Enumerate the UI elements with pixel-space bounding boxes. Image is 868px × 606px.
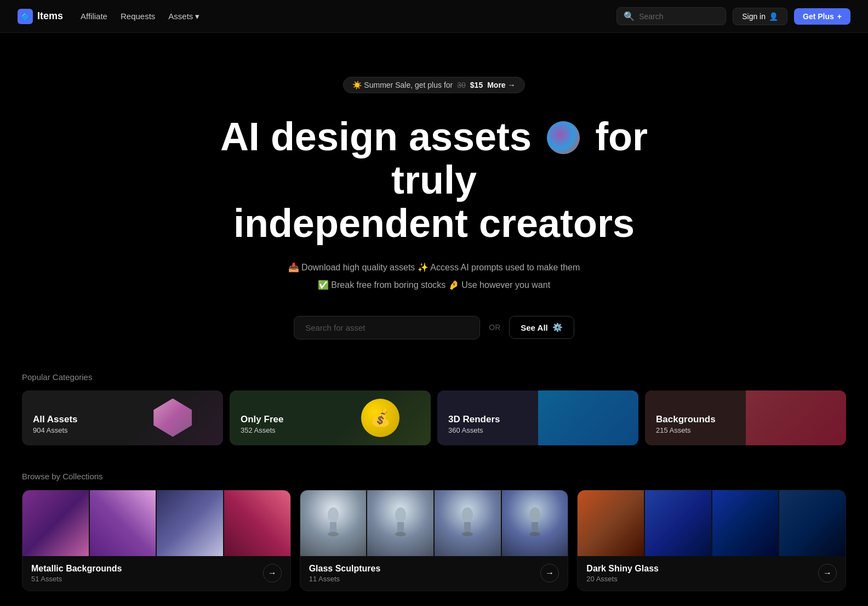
cat-all-name: All Assets xyxy=(33,414,212,425)
svg-point-3 xyxy=(395,507,406,523)
category-all-assets[interactable]: All Assets 904 Assets xyxy=(22,390,223,445)
collection-dark-info: Dark Shiny Glass 20 Assets → xyxy=(578,556,846,591)
new-price: $15 xyxy=(470,81,483,89)
hero-orb xyxy=(547,121,580,154)
nav-links: Affiliate Requests Assets ▾ xyxy=(81,12,199,21)
glass-thumb-1 xyxy=(300,490,367,556)
svg-point-5 xyxy=(395,532,406,536)
nav-link-assets[interactable]: Assets ▾ xyxy=(168,12,199,21)
svg-point-6 xyxy=(462,507,473,523)
dark-thumb-3 xyxy=(712,490,779,556)
nav-search-input[interactable] xyxy=(639,12,719,21)
sale-banner[interactable]: ☀️ Summer Sale, get plus for 30 $15 More… xyxy=(343,77,524,93)
subtitle-line2: ✅ Break free from boring stocks 🤌 Use ho… xyxy=(318,280,550,290)
glass-thumb-4 xyxy=(502,490,568,556)
nav-link-affiliate[interactable]: Affiliate xyxy=(81,12,107,21)
svg-rect-10 xyxy=(532,522,538,533)
collection-dark-arrow[interactable]: → xyxy=(818,564,837,582)
collection-dark-images xyxy=(578,490,846,556)
signin-button[interactable]: Sign in 👤 xyxy=(733,8,787,25)
logo-label: Items xyxy=(37,10,63,22)
see-all-button[interactable]: See All ⚙️ xyxy=(509,316,574,339)
svg-rect-1 xyxy=(330,522,336,533)
svg-point-0 xyxy=(328,507,339,523)
popular-categories-section: Popular Categories All Assets 904 Assets… xyxy=(0,372,868,445)
collection-metallic-count: 51 Assets xyxy=(31,575,122,583)
navigation: 🔷 Items Affiliate Requests Assets ▾ 🔍 Si… xyxy=(0,0,868,33)
nav-left: 🔷 Items Affiliate Requests Assets ▾ xyxy=(18,9,199,24)
popular-categories-title: Popular Categories xyxy=(22,372,846,382)
metallic-thumb-1 xyxy=(22,490,89,556)
categories-grid: All Assets 904 Assets 💰 Only Free 352 As… xyxy=(22,390,846,445)
chevron-down-icon: ▾ xyxy=(195,12,199,21)
nav-link-requests[interactable]: Requests xyxy=(121,12,155,21)
cat-all-count: 904 Assets xyxy=(33,426,212,434)
collection-glass-info: Glass Sculptures 11 Assets → xyxy=(300,556,568,591)
nav-search-bar[interactable]: 🔍 xyxy=(616,7,726,25)
collection-metallic-images xyxy=(22,490,290,556)
collection-glass-arrow[interactable]: → xyxy=(540,564,559,582)
collection-glass-sculptures[interactable]: Glass Sculptures 11 Assets → xyxy=(300,490,569,591)
filter-icon: ⚙️ xyxy=(552,322,563,332)
svg-rect-4 xyxy=(397,522,404,533)
metallic-thumb-2 xyxy=(90,490,156,556)
category-3d-renders[interactable]: 3D Renders 360 Assets xyxy=(437,390,638,445)
collection-glass-name: Glass Sculptures xyxy=(309,564,381,574)
collection-metallic-name: Metallic Backgrounds xyxy=(31,564,122,574)
user-icon: 👤 xyxy=(769,12,778,21)
collections-section: Browse by Collections Metallic Backgroun… xyxy=(0,472,868,591)
svg-point-9 xyxy=(529,507,540,523)
subtitle-line1: 📥 Download high quality assets ✨ Access … xyxy=(288,263,580,272)
collections-grid: Metallic Backgrounds 51 Assets → xyxy=(22,490,846,591)
svg-point-2 xyxy=(328,532,339,536)
metallic-thumb-3 xyxy=(157,490,223,556)
cat-bg-name: Backgrounds xyxy=(656,414,835,425)
svg-point-8 xyxy=(462,532,473,536)
collections-title: Browse by Collections xyxy=(22,472,846,481)
collection-metallic-info: Metallic Backgrounds 51 Assets → xyxy=(22,556,290,591)
cat-bg-count: 215 Assets xyxy=(656,426,835,434)
more-link[interactable]: More → xyxy=(487,81,515,89)
category-backgrounds[interactable]: Backgrounds 215 Assets xyxy=(645,390,846,445)
collection-dark-name: Dark Shiny Glass xyxy=(586,564,659,574)
metallic-thumb-4 xyxy=(224,490,290,556)
collection-dark-glass[interactable]: Dark Shiny Glass 20 Assets → xyxy=(577,490,846,591)
search-icon: 🔍 xyxy=(624,11,635,21)
svg-point-11 xyxy=(529,532,540,536)
glass-thumb-3 xyxy=(435,490,501,556)
cat-free-name: Only Free xyxy=(241,414,420,425)
hero-search-row: OR See All ⚙️ xyxy=(18,316,850,339)
collection-glass-images xyxy=(300,490,568,556)
hero-subtitle: 📥 Download high quality assets ✨ Access … xyxy=(18,259,850,294)
plus-icon: + xyxy=(837,12,842,21)
dark-thumb-4 xyxy=(779,490,846,556)
collection-dark-count: 20 Assets xyxy=(586,575,659,583)
or-label: OR xyxy=(489,323,500,332)
logo-icon: 🔷 xyxy=(18,9,33,24)
cat-3d-name: 3D Renders xyxy=(448,414,627,425)
collection-metallic[interactable]: Metallic Backgrounds 51 Assets → xyxy=(22,490,291,591)
cat-3d-count: 360 Assets xyxy=(448,426,627,434)
svg-rect-7 xyxy=(464,522,471,533)
collection-metallic-arrow[interactable]: → xyxy=(263,564,282,582)
getplus-button[interactable]: Get Plus + xyxy=(794,8,850,25)
old-price: 30 xyxy=(457,81,466,89)
logo[interactable]: 🔷 Items xyxy=(18,9,63,24)
category-only-free[interactable]: 💰 Only Free 352 Assets xyxy=(230,390,431,445)
dark-thumb-1 xyxy=(578,490,644,556)
cat-free-count: 352 Assets xyxy=(241,426,420,434)
hero-title: AI design assets for trulyindependent cr… xyxy=(215,115,653,246)
nav-right: 🔍 Sign in 👤 Get Plus + xyxy=(616,7,850,25)
hero-title-part1: AI design assets xyxy=(220,115,532,158)
hero-search-input[interactable] xyxy=(294,316,480,339)
sale-text: ☀️ Summer Sale, get plus for xyxy=(352,81,453,89)
collection-glass-count: 11 Assets xyxy=(309,575,381,583)
glass-thumb-2 xyxy=(367,490,433,556)
hero-section: ☀️ Summer Sale, get plus for 30 $15 More… xyxy=(0,33,868,372)
dark-thumb-2 xyxy=(645,490,711,556)
